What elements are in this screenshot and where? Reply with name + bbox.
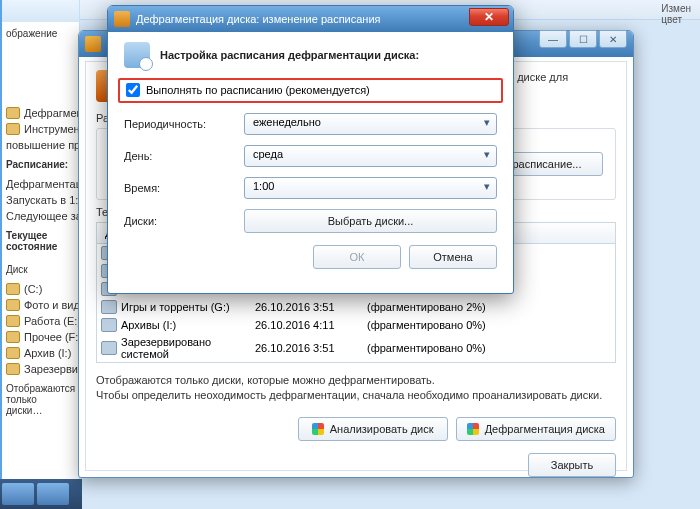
footer-note: Отображаются только диски, которые можно… [86, 365, 626, 418]
background-caption: ображение [2, 22, 79, 45]
bg-disk: Архив (I:) [2, 345, 79, 361]
defragment-button[interactable]: Дефрагментация диска [456, 417, 616, 441]
close-button[interactable]: ✕ [599, 30, 627, 48]
drive-icon [6, 331, 20, 343]
bg-disk: Фото и видео (D:) [2, 297, 79, 313]
time-select[interactable]: 1:00 [244, 177, 497, 199]
dialog-heading: Настройка расписания дефрагментации диск… [160, 49, 419, 61]
drive-icon [101, 300, 117, 314]
ok-button[interactable]: ОК [313, 245, 401, 269]
dialog-titlebar[interactable]: Дефрагментация диска: изменение расписан… [108, 6, 513, 32]
taskbar-item[interactable] [37, 483, 69, 505]
day-select[interactable]: среда [244, 145, 497, 167]
taskbar[interactable] [0, 479, 82, 509]
day-label: День: [124, 150, 244, 162]
ribbon-right-fragment: Измен цвет [658, 0, 694, 28]
status: (фрагментировано 2%) [367, 301, 615, 313]
dialog-title: Дефрагментация диска: изменение расписан… [136, 13, 381, 25]
calendar-clock-icon [124, 42, 150, 68]
tool-icon [6, 123, 20, 135]
bg-heading: Диск [2, 258, 79, 281]
disk-name: Архивы (I:) [121, 319, 176, 331]
drive-icon [6, 363, 20, 375]
drive-icon [6, 315, 20, 327]
drive-icon [6, 347, 20, 359]
drive-icon [6, 283, 20, 295]
schedule-dialog: Дефрагментация диска: изменение расписан… [107, 5, 514, 294]
bg-disk: (C:) [2, 281, 79, 297]
run-on-schedule-row: Выполнять по расписанию (рекомендуется) [118, 78, 503, 103]
taskbar-item[interactable] [2, 483, 34, 505]
bg-heading: Текущее состояние [2, 224, 79, 258]
status: (фрагментировано 0%) [367, 342, 615, 354]
table-row[interactable]: Архивы (I:)26.10.2016 4:11(фрагментирова… [97, 316, 615, 334]
disks-label: Диски: [124, 215, 244, 227]
disk-name: Зарезервировано системой [121, 336, 255, 360]
bg-line: Запускать в 1:00 кажд. нед… [2, 192, 79, 208]
drive-icon [6, 299, 20, 311]
close-window-button[interactable]: Закрыть [528, 453, 616, 477]
bg-heading: Расписание: [2, 153, 79, 176]
status: (фрагментировано 0%) [367, 319, 615, 331]
table-row[interactable]: Игры и торренты (G:)26.10.2016 3:51(фраг… [97, 298, 615, 316]
defrag-icon [85, 36, 101, 52]
select-disks-button[interactable]: Выбрать диски... [244, 209, 497, 233]
folder-icon [6, 107, 20, 119]
shield-icon [467, 423, 479, 435]
run-on-schedule-label: Выполнять по расписанию (рекомендуется) [146, 84, 370, 96]
last-run: 26.10.2016 3:51 [255, 301, 367, 313]
cancel-button[interactable]: Отмена [409, 245, 497, 269]
bg-disk: Прочее (F:) [2, 329, 79, 345]
bg-line: Дефрагментация по рас… [2, 176, 79, 192]
run-on-schedule-checkbox[interactable] [126, 83, 140, 97]
bg-disk: Зарезервировано сис… [2, 361, 79, 377]
periodicity-label: Периодичность: [124, 118, 244, 130]
shield-icon [312, 423, 324, 435]
last-run: 26.10.2016 4:11 [255, 319, 367, 331]
periodicity-select[interactable]: еженедельно [244, 113, 497, 135]
disk-name: Игры и торренты (G:) [121, 301, 230, 313]
bg-item: Инструмент дефрагм… [2, 121, 79, 137]
last-run: 26.10.2016 3:51 [255, 342, 367, 354]
bg-disk: Работа (E:) [2, 313, 79, 329]
drive-icon [101, 341, 117, 355]
maximize-button[interactable]: ☐ [569, 30, 597, 48]
bg-line: Следующее запланиров… [2, 208, 79, 224]
bg-item: повышение произв… [2, 137, 79, 153]
analyze-button[interactable]: Анализировать диск [298, 417, 448, 441]
bg-note: Отображаются только диски… [2, 377, 79, 422]
minimize-button[interactable]: — [539, 30, 567, 48]
table-row[interactable]: Зарезервировано системой26.10.2016 3:51(… [97, 334, 615, 362]
dialog-close-button[interactable]: ✕ [469, 8, 509, 26]
bg-item: Дефрагментация диска [2, 105, 79, 121]
defrag-icon [114, 11, 130, 27]
background-side-panel: ображение Дефрагментация диска Инструмен… [0, 0, 80, 509]
drive-icon [101, 318, 117, 332]
time-label: Время: [124, 182, 244, 194]
